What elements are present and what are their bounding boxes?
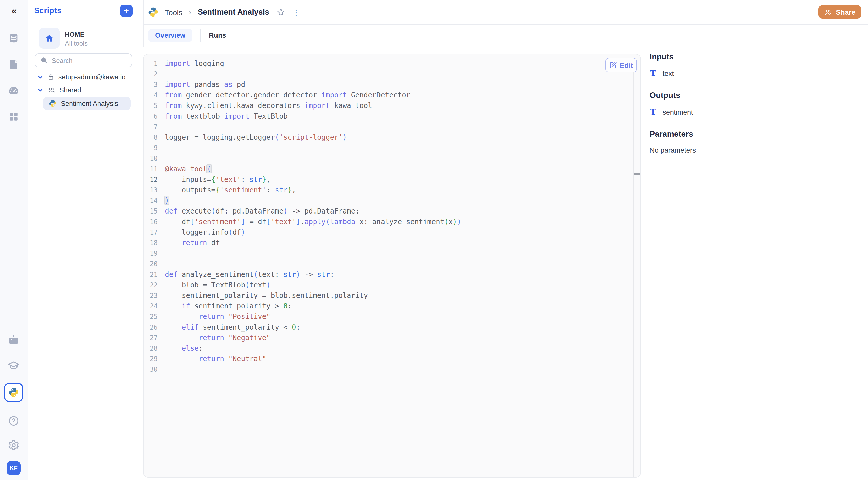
tree-item-label: Shared — [59, 86, 81, 94]
line-number: 8 — [144, 132, 158, 143]
text-type-icon: T — [650, 69, 656, 78]
input-row: T text — [650, 69, 865, 78]
tree-item-shared[interactable]: Shared — [28, 84, 143, 96]
code-line: 13 outputs={'sentiment': str}, — [144, 185, 630, 196]
outputs-heading: Outputs — [650, 91, 865, 100]
apps-grid-icon[interactable] — [8, 111, 19, 122]
code-line: 11@kawa_tool( — [144, 164, 630, 174]
code-line: 3import pandas as pd — [144, 79, 630, 90]
line-number: 22 — [144, 280, 158, 290]
python-icon — [8, 387, 19, 398]
edit-button[interactable]: Edit — [605, 58, 637, 72]
parameters-heading: Parameters — [650, 130, 865, 139]
lock-icon — [48, 73, 54, 80]
academy-cap-icon[interactable] — [7, 359, 20, 372]
code-line: 26 elif sentiment_polarity < 0: — [144, 322, 630, 333]
help-icon[interactable] — [8, 415, 19, 427]
tab-overview[interactable]: Overview — [148, 29, 192, 42]
code-line: 6from textblob import TextBlob — [144, 111, 630, 122]
line-number: 29 — [144, 354, 158, 364]
line-number: 6 — [144, 111, 158, 122]
chevron-down-icon[interactable] — [38, 74, 43, 80]
output-row: T sentiment — [650, 108, 865, 116]
line-number: 20 — [144, 259, 158, 269]
code-line: 16 df['sentiment'] = df['text'].apply(la… — [144, 216, 630, 227]
line-number: 19 — [144, 248, 158, 259]
code-line: 27 return "Negative" — [144, 333, 630, 343]
code-line: 1import logging — [144, 58, 630, 69]
line-number: 12 — [144, 174, 158, 185]
content-area: 1import logging23import pandas as pd4fro… — [143, 47, 868, 480]
python-scripts-active-item[interactable] — [4, 383, 23, 402]
documents-icon[interactable] — [8, 59, 19, 69]
text-type-icon: T — [650, 108, 656, 116]
scrollbar-thumb[interactable] — [634, 173, 641, 175]
line-number: 16 — [144, 216, 158, 227]
dashboard-gauge-icon[interactable] — [7, 84, 20, 96]
edit-label: Edit — [620, 61, 633, 69]
text-caret — [271, 175, 272, 183]
code-line: 30 — [144, 364, 630, 375]
tab-divider — [200, 29, 201, 42]
code-line: 4from gender_detector.gender_detector im… — [144, 90, 630, 100]
scripts-panel: Scripts + HOME All tools Search setup-ad… — [28, 0, 144, 480]
line-number: 24 — [144, 301, 158, 311]
robot-icon[interactable] — [7, 334, 20, 346]
code-line: 10 — [144, 153, 630, 164]
line-number: 1 — [144, 58, 158, 69]
search-icon — [41, 57, 48, 64]
code-line: 20 — [144, 259, 630, 269]
python-icon — [148, 6, 159, 18]
script-io-panel: Inputs T text Outputs T sentiment Parame… — [650, 52, 865, 154]
top-bar: Tools › Sentiment Analysis ⋮ Share — [143, 0, 868, 25]
home-title[interactable]: HOME — [65, 31, 84, 38]
scrollbar-track — [633, 72, 634, 477]
breadcrumb-tools[interactable]: Tools — [165, 8, 182, 16]
line-number: 21 — [144, 269, 158, 280]
line-number: 4 — [144, 90, 158, 100]
line-number: 13 — [144, 185, 158, 196]
search-placeholder: Search — [52, 57, 72, 64]
line-number: 18 — [144, 238, 158, 248]
line-number: 14 — [144, 196, 158, 206]
home-tile[interactable] — [39, 28, 60, 49]
code-line: 17 logger.info(df) — [144, 227, 630, 238]
code-line: 22 blob = TextBlob(text) — [144, 280, 630, 290]
scripts-panel-title: Scripts — [34, 6, 62, 15]
share-button[interactable]: Share — [818, 5, 862, 19]
code-line: 12 inputs={'text': str}, — [144, 174, 630, 185]
collapse-sidebar-icon[interactable]: « — [11, 5, 16, 17]
line-number: 23 — [144, 290, 158, 301]
code-line: 9 — [144, 143, 630, 153]
tree-item-label: setup-admin@kawa.io — [58, 73, 126, 81]
chevron-down-icon[interactable] — [38, 87, 43, 93]
main-area: Tools › Sentiment Analysis ⋮ Share Overv… — [143, 0, 868, 480]
code-line: 29 return "Neutral" — [144, 354, 630, 364]
code-line: 2 — [144, 69, 630, 79]
tab-runs[interactable]: Runs — [209, 32, 226, 39]
code-lines[interactable]: 1import logging23import pandas as pd4fro… — [144, 58, 630, 375]
line-number: 3 — [144, 79, 158, 90]
line-number: 11 — [144, 164, 158, 174]
line-number: 28 — [144, 343, 158, 354]
user-avatar[interactable]: KF — [6, 461, 21, 475]
code-line: 28 else: — [144, 343, 630, 354]
line-number: 2 — [144, 69, 158, 79]
database-icon[interactable] — [8, 32, 19, 44]
script-item-sentiment-analysis-selected[interactable]: Sentiment Analysis — [43, 97, 131, 110]
share-users-icon — [824, 8, 832, 16]
favorite-star-icon[interactable] — [276, 7, 285, 17]
tree-item-private[interactable]: setup-admin@kawa.io — [28, 71, 143, 83]
line-number: 25 — [144, 311, 158, 322]
code-line: 18 return df — [144, 238, 630, 248]
add-script-button[interactable]: + — [120, 4, 133, 17]
line-number: 17 — [144, 227, 158, 238]
more-options-kebab-icon[interactable]: ⋮ — [292, 8, 300, 16]
rail-divider — [5, 408, 23, 409]
line-number: 10 — [144, 153, 158, 164]
code-editor-card: 1import logging23import pandas as pd4fro… — [143, 54, 641, 478]
rail-divider — [5, 23, 23, 23]
search-input[interactable]: Search — [35, 53, 132, 67]
code-line: 24 if sentiment_polarity > 0: — [144, 301, 630, 311]
settings-gear-icon[interactable] — [8, 439, 19, 451]
